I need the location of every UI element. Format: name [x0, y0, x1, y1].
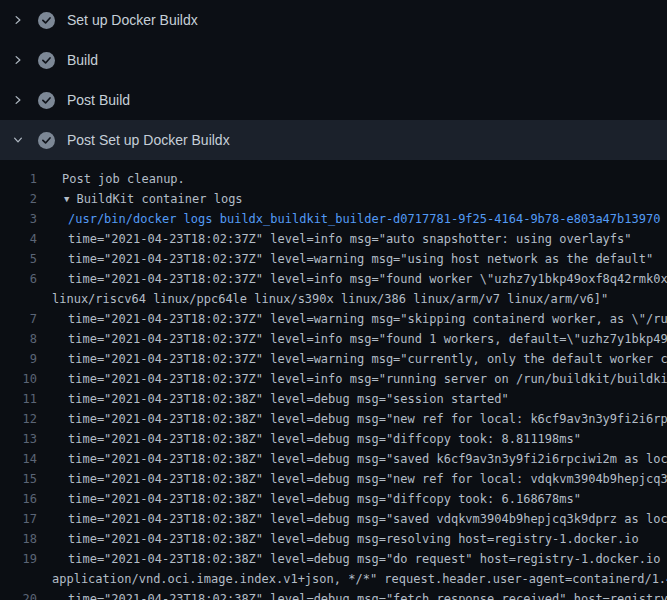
log-line-text: time="2021-04-23T18:02:38Z" level=debug … — [37, 409, 667, 429]
log-line-text: time="2021-04-23T18:02:37Z" level=info m… — [37, 269, 667, 289]
log-line-number[interactable]: 18 — [0, 529, 37, 549]
log-line-number[interactable]: 20 — [0, 589, 37, 600]
log-line-text: time="2021-04-23T18:02:38Z" level=debug … — [37, 589, 667, 600]
log-line: 9 time="2021-04-23T18:02:37Z" level=warn… — [0, 349, 667, 369]
log-line-number[interactable]: 17 — [0, 509, 37, 529]
log-line: 5 time="2021-04-23T18:02:37Z" level=warn… — [0, 249, 667, 269]
log-line: 11 time="2021-04-23T18:02:38Z" level=deb… — [0, 389, 667, 409]
log-line-number[interactable]: 19 — [0, 549, 37, 569]
log-line-number[interactable]: 12 — [0, 409, 37, 429]
log-line: 13 time="2021-04-23T18:02:38Z" level=deb… — [0, 429, 667, 449]
log-line: 19 time="2021-04-23T18:02:38Z" level=deb… — [0, 549, 667, 569]
log-line-number[interactable]: 15 — [0, 469, 37, 489]
log-line-text: time="2021-04-23T18:02:38Z" level=debug … — [37, 449, 667, 469]
log-line-number[interactable]: 5 — [0, 249, 37, 269]
log-line-text: time="2021-04-23T18:02:38Z" level=debug … — [37, 469, 667, 489]
log-line-text: time="2021-04-23T18:02:38Z" level=debug … — [37, 529, 639, 549]
log-line: 20 time="2021-04-23T18:02:38Z" level=deb… — [0, 589, 667, 600]
log-line-text: /usr/bin/docker logs buildx_buildkit_bui… — [37, 209, 660, 229]
check-circle-icon — [38, 132, 55, 149]
log-line-text: time="2021-04-23T18:02:38Z" level=debug … — [37, 489, 581, 509]
chevron-right-icon[interactable] — [12, 14, 29, 26]
chevron-right-icon[interactable] — [12, 94, 29, 106]
chevron-right-icon[interactable] — [12, 54, 29, 66]
log-line-number[interactable]: 13 — [0, 429, 37, 449]
chevron-down-icon[interactable] — [12, 134, 29, 146]
log-line: 14 time="2021-04-23T18:02:38Z" level=deb… — [0, 449, 667, 469]
log-line: 7 time="2021-04-23T18:02:37Z" level=warn… — [0, 309, 667, 329]
log-line: linux/riscv64 linux/ppc64le linux/s390x … — [0, 289, 667, 309]
step-row-post-build[interactable]: Post Build — [0, 80, 667, 120]
log-line: 3 /usr/bin/docker logs buildx_buildkit_b… — [0, 209, 667, 229]
check-circle-icon — [38, 52, 55, 69]
step-row-set-up-docker-buildx[interactable]: Set up Docker Buildx — [0, 0, 667, 40]
log-line: 15 time="2021-04-23T18:02:38Z" level=deb… — [0, 469, 667, 489]
log-line-text: time="2021-04-23T18:02:37Z" level=warnin… — [37, 349, 667, 369]
log-line-number[interactable]: 3 — [0, 209, 37, 229]
log-line-text: time="2021-04-23T18:02:38Z" level=debug … — [37, 429, 581, 449]
log-line-text: time="2021-04-23T18:02:37Z" level=warnin… — [37, 249, 653, 269]
log-line-text: Post job cleanup. — [37, 169, 185, 189]
step-row-post-set-up-docker-buildx[interactable]: Post Set up Docker Buildx — [0, 120, 667, 160]
log-line-number[interactable]: 10 — [0, 369, 37, 389]
log-line: 2 ▼BuildKit container logs — [0, 189, 667, 209]
log-line: 10 time="2021-04-23T18:02:37Z" level=inf… — [0, 369, 667, 389]
log-line-number[interactable]: 4 — [0, 229, 37, 249]
log-line-text: time="2021-04-23T18:02:38Z" level=debug … — [37, 549, 667, 569]
log-area: 1 Post job cleanup. 2 ▼BuildKit containe… — [0, 160, 667, 600]
log-line-text: time="2021-04-23T18:02:38Z" level=debug … — [37, 509, 667, 529]
check-circle-icon — [38, 92, 55, 109]
log-line-text: time="2021-04-23T18:02:37Z" level=info m… — [37, 329, 667, 349]
log-line: 16 time="2021-04-23T18:02:38Z" level=deb… — [0, 489, 667, 509]
log-line: 6 time="2021-04-23T18:02:37Z" level=info… — [0, 269, 667, 289]
actions-log-viewer: Set up Docker Buildx Build Post Build Po… — [0, 0, 667, 600]
triangle-down-icon[interactable]: ▼ — [37, 189, 69, 209]
log-line-text: linux/riscv64 linux/ppc64le linux/s390x … — [37, 289, 608, 309]
log-line-text: time="2021-04-23T18:02:37Z" level=info m… — [37, 229, 632, 249]
log-line: 1 Post job cleanup. — [0, 169, 667, 189]
log-line: application/vnd.oci.image.index.v1+json,… — [0, 569, 667, 589]
log-line: 8 time="2021-04-23T18:02:37Z" level=info… — [0, 329, 667, 349]
log-line-text: application/vnd.oci.image.index.v1+json,… — [37, 569, 667, 589]
step-label: Post Build — [67, 92, 130, 108]
log-line-text: BuildKit container logs — [69, 189, 242, 209]
log-line-number[interactable]: 11 — [0, 389, 37, 409]
step-label: Set up Docker Buildx — [67, 12, 198, 28]
log-line-number[interactable]: 9 — [0, 349, 37, 369]
log-line: 12 time="2021-04-23T18:02:38Z" level=deb… — [0, 409, 667, 429]
log-line-number[interactable]: 14 — [0, 449, 37, 469]
log-line-text: time="2021-04-23T18:02:37Z" level=info m… — [37, 369, 667, 389]
step-label: Post Set up Docker Buildx — [67, 132, 230, 148]
step-label: Build — [67, 52, 98, 68]
log-line-number[interactable]: 6 — [0, 269, 37, 289]
check-circle-icon — [38, 12, 55, 29]
log-line-number[interactable]: 2 — [0, 189, 37, 209]
log-line-number[interactable]: 8 — [0, 329, 37, 349]
log-line-text: time="2021-04-23T18:02:37Z" level=warnin… — [37, 309, 667, 329]
step-row-build[interactable]: Build — [0, 40, 667, 80]
log-line-text: time="2021-04-23T18:02:38Z" level=debug … — [37, 389, 509, 409]
log-line: 4 time="2021-04-23T18:02:37Z" level=info… — [0, 229, 667, 249]
log-line: 17 time="2021-04-23T18:02:38Z" level=deb… — [0, 509, 667, 529]
log-line-number[interactable]: 1 — [0, 169, 37, 189]
step-list: Set up Docker Buildx Build Post Build Po… — [0, 0, 667, 160]
log-line: 18 time="2021-04-23T18:02:38Z" level=deb… — [0, 529, 667, 549]
log-line-number[interactable]: 7 — [0, 309, 37, 329]
log-line-number[interactable]: 16 — [0, 489, 37, 509]
